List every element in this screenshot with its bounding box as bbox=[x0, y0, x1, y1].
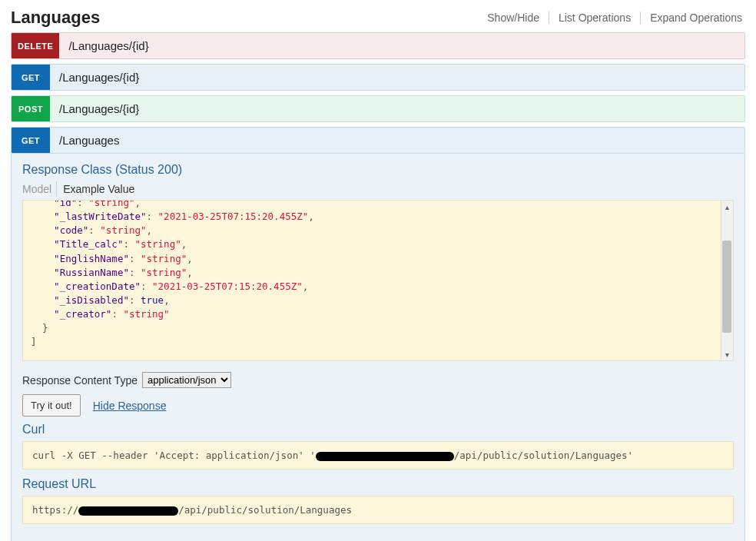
curl-prefix: curl -X GET --header 'Accept: applicatio… bbox=[32, 450, 316, 461]
request-url-heading: Request URL bbox=[22, 477, 734, 491]
http-method-badge: GET bbox=[12, 128, 50, 153]
show-hide-link[interactable]: Show/Hide bbox=[484, 12, 542, 24]
expand-operations-link[interactable]: Expand Operations bbox=[647, 12, 745, 24]
response-content-type-label: Response Content Type bbox=[22, 374, 138, 387]
scrollbar-thumb[interactable] bbox=[722, 241, 731, 333]
http-method-badge: DELETE bbox=[12, 33, 59, 58]
redacted-host bbox=[78, 506, 178, 516]
operations-list: DELETE/Languages/{id}GET/Languages/{id}P… bbox=[11, 32, 745, 154]
section-actions: Show/Hide List Operations Expand Operati… bbox=[484, 12, 745, 24]
try-it-out-button[interactable]: Try it out! bbox=[22, 394, 81, 417]
try-row: Try it out! Hide Response bbox=[22, 394, 734, 417]
operation-path: /Languages/{id} bbox=[50, 96, 148, 121]
operation-row[interactable]: DELETE/Languages/{id} bbox=[11, 32, 745, 59]
request-url-prefix: https:// bbox=[32, 504, 78, 516]
tab-example-value[interactable]: Example Value bbox=[63, 181, 134, 197]
hide-response-link[interactable]: Hide Response bbox=[93, 400, 167, 412]
request-url-suffix: /api/public/solution/Languages bbox=[178, 504, 352, 516]
example-json-panel[interactable]: "id": "string", "_lastWriteDate": "2021-… bbox=[22, 200, 734, 361]
http-method-badge: GET bbox=[12, 65, 50, 90]
operation-row[interactable]: GET/Languages/{id} bbox=[11, 64, 745, 91]
list-operations-link[interactable]: List Operations bbox=[555, 12, 634, 24]
scroll-down-icon[interactable]: ▾ bbox=[721, 348, 733, 360]
operation-row[interactable]: GET/Languages bbox=[11, 127, 745, 154]
curl-heading: Curl bbox=[22, 423, 734, 436]
http-method-badge: POST bbox=[12, 96, 50, 121]
example-json-content: "id": "string", "_lastWriteDate": "2021-… bbox=[31, 200, 725, 349]
operation-path: /Languages/{id} bbox=[59, 33, 158, 58]
response-content-type-row: Response Content Type application/json bbox=[22, 372, 734, 388]
operation-row[interactable]: POST/Languages/{id} bbox=[11, 95, 745, 122]
section-title[interactable]: Languages bbox=[11, 8, 100, 28]
response-tabs: Model Example Value bbox=[22, 181, 734, 197]
separator bbox=[640, 12, 641, 24]
separator bbox=[549, 12, 549, 24]
response-content-type-select[interactable]: application/json bbox=[142, 372, 231, 388]
response-class-heading: Response Class (Status 200) bbox=[22, 163, 734, 177]
redacted-host bbox=[316, 452, 454, 461]
tab-model[interactable]: Model bbox=[22, 181, 57, 197]
request-url-panel[interactable]: https:///api/public/solution/Languages bbox=[22, 496, 734, 524]
operation-path: /Languages/{id} bbox=[50, 65, 148, 90]
operation-path: /Languages bbox=[50, 128, 128, 153]
section-header: Languages Show/Hide List Operations Expa… bbox=[11, 8, 745, 28]
curl-command-panel[interactable]: curl -X GET --header 'Accept: applicatio… bbox=[22, 441, 734, 470]
curl-suffix: /api/public/solution/Languages' bbox=[454, 450, 633, 461]
scrollbar-track[interactable]: ▴ ▾ bbox=[721, 201, 733, 360]
operation-detail-panel: Response Class (Status 200) Model Exampl… bbox=[11, 154, 745, 541]
scroll-up-icon[interactable]: ▴ bbox=[721, 201, 733, 213]
